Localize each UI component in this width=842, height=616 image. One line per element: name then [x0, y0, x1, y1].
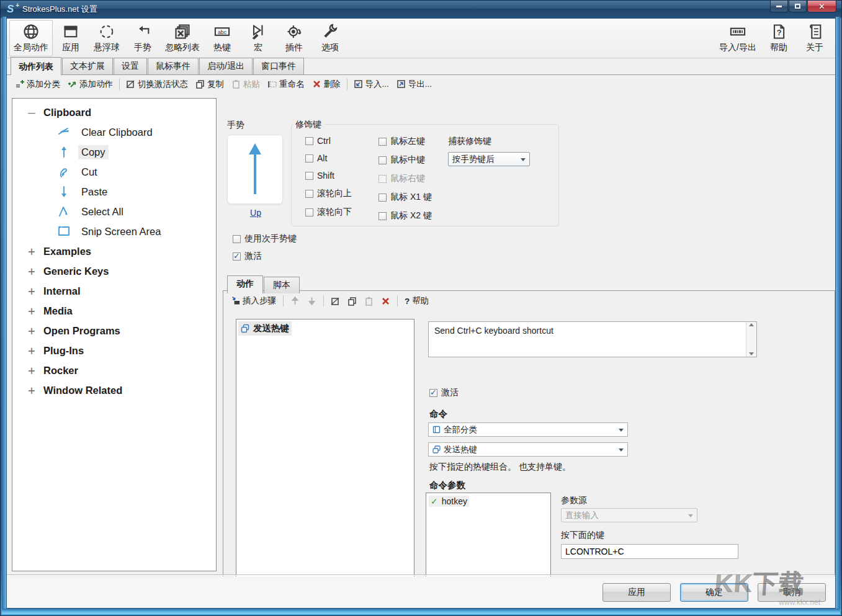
tab-script[interactable]: 脚本: [264, 277, 300, 293]
mouse-x2-checkbox[interactable]: 鼠标 X2 键: [378, 210, 432, 221]
command-select[interactable]: 发送热键: [428, 442, 628, 457]
tree-item-paste[interactable]: Paste: [12, 182, 216, 202]
add-category-button[interactable]: 添加分类: [12, 77, 63, 92]
mouse-x1-checkbox[interactable]: 鼠标 X1 键: [378, 192, 432, 203]
about-button[interactable]: 关于: [797, 20, 833, 56]
ignore-list-button[interactable]: 忽略列表: [161, 20, 204, 56]
plugins-button[interactable]: 插件: [276, 20, 312, 56]
tree-category-internal[interactable]: Internal: [12, 281, 216, 301]
tree-category-open-programs[interactable]: Open Programs: [12, 321, 216, 341]
gesture-active-checkbox[interactable]: 激活: [233, 251, 297, 262]
shift-checkbox[interactable]: Shift: [305, 171, 352, 181]
checkbox-box[interactable]: [378, 212, 387, 220]
checkbox-box[interactable]: [233, 235, 241, 243]
import-button[interactable]: 导入...: [351, 77, 392, 92]
scroll-up-icon[interactable]: [749, 323, 754, 326]
expander-icon[interactable]: [26, 304, 37, 318]
expander-icon[interactable]: [26, 244, 37, 258]
expander-icon[interactable]: [26, 264, 37, 278]
step-list[interactable]: 发送热键: [236, 319, 414, 584]
expander-icon[interactable]: [26, 364, 37, 377]
tree-item-copy[interactable]: Copy: [12, 142, 216, 162]
tree-item-snip-screen-area[interactable]: Snip Screen Area: [12, 221, 216, 241]
step-active-checkbox[interactable]: 激活: [429, 387, 459, 398]
capture-modifiers-select[interactable]: 按手势键后: [448, 152, 530, 166]
checkbox-box[interactable]: [429, 389, 437, 397]
scroll-down-icon[interactable]: [749, 352, 754, 355]
move-step-up-button[interactable]: [288, 295, 302, 307]
checkbox-box[interactable]: [305, 137, 313, 145]
insert-step-button[interactable]: 插入步骤: [228, 294, 279, 308]
delete-button[interactable]: 删除: [309, 77, 344, 92]
expander-icon[interactable]: [26, 324, 37, 337]
tab-action-list[interactable]: 动作列表: [11, 57, 61, 75]
toggle-step-active-button[interactable]: [328, 295, 343, 307]
tab-window-events[interactable]: 窗口事件: [253, 58, 304, 74]
gestures-button[interactable]: 手势: [125, 20, 161, 56]
delete-step-button[interactable]: [378, 295, 393, 307]
tree-category-clipboard[interactable]: Clipboard: [12, 102, 216, 122]
wheel-up-checkbox[interactable]: 滚轮向上: [305, 188, 352, 199]
tab-mouse-events[interactable]: 鼠标事件: [148, 58, 199, 74]
cancel-button[interactable]: 取消: [758, 583, 826, 602]
checkbox-box[interactable]: [305, 154, 313, 163]
step-help-button[interactable]: ?帮助: [402, 294, 431, 308]
expander-icon[interactable]: [26, 383, 37, 397]
tab-action[interactable]: 动作: [227, 275, 263, 293]
maximize-button[interactable]: [789, 1, 807, 12]
wheel-down-checkbox[interactable]: 滚轮向下: [305, 207, 352, 218]
paste-button[interactable]: 粘贴: [228, 77, 263, 92]
ctrl-checkbox[interactable]: Ctrl: [305, 136, 352, 146]
param-item-hotkey[interactable]: ✓ hotkey: [429, 496, 469, 507]
expander-icon[interactable]: [26, 344, 37, 357]
tree-category-generic-keys[interactable]: Generic Keys: [12, 261, 216, 281]
tree-category-media[interactable]: Media: [12, 301, 216, 321]
toggle-active-button[interactable]: 切换激活状态: [123, 77, 191, 92]
minimize-button[interactable]: [770, 1, 788, 12]
floating-ball-button[interactable]: 悬浮球: [89, 20, 125, 56]
checkbox-box[interactable]: [233, 252, 241, 261]
step-description-textarea[interactable]: Send Ctrl+C keyboard shortcut: [428, 321, 757, 357]
tab-settings[interactable]: 设置: [114, 58, 147, 74]
tree-item-select-all[interactable]: Select All: [12, 202, 216, 221]
secondary-stroke-checkbox[interactable]: 使用次手势键: [233, 233, 297, 244]
tab-startup-exit[interactable]: 启动/退出: [199, 58, 253, 74]
step-item-send-hotkey[interactable]: 发送热键: [238, 321, 292, 336]
checkbox-box[interactable]: [378, 138, 387, 146]
gesture-direction-link[interactable]: Up: [227, 208, 284, 218]
tab-text-expansion[interactable]: 文本扩展: [62, 58, 113, 74]
ok-button[interactable]: 确定: [680, 583, 748, 602]
tree-category-examples[interactable]: Examples: [12, 241, 216, 261]
tree-item-cut[interactable]: Cut: [12, 162, 216, 182]
mouse-middle-checkbox[interactable]: 鼠标中键: [378, 154, 432, 166]
apply-button[interactable]: 应用: [602, 583, 671, 602]
options-button[interactable]: 选项: [312, 20, 348, 56]
textarea-scrollbar[interactable]: [746, 322, 756, 357]
hotkeys-button[interactable]: abc 热键: [204, 20, 240, 56]
checkbox-box[interactable]: [378, 156, 387, 164]
tree-item-clear-clipboard[interactable]: Clear Clipboard: [12, 122, 216, 142]
applications-button[interactable]: 应用: [53, 20, 89, 56]
help-button[interactable]: ? 帮助: [761, 20, 797, 56]
command-category-select[interactable]: 全部分类: [428, 422, 628, 437]
checkbox-box[interactable]: [305, 172, 313, 180]
export-button[interactable]: 导出...: [393, 77, 435, 92]
checkbox-box[interactable]: [305, 208, 313, 216]
checkbox-box[interactable]: [305, 190, 313, 198]
paste-step-button[interactable]: [362, 295, 376, 307]
tree-category-rocker[interactable]: Rocker: [12, 360, 216, 380]
expander-icon[interactable]: [26, 105, 37, 119]
alt-checkbox[interactable]: Alt: [305, 153, 352, 163]
move-step-down-button[interactable]: [305, 295, 319, 307]
tree-category-plug-ins[interactable]: Plug-Ins: [12, 341, 216, 360]
copy-button[interactable]: 复制: [192, 77, 227, 92]
global-actions-button[interactable]: 全局动作: [9, 20, 53, 56]
hotkey-value-input[interactable]: [561, 544, 738, 559]
expander-icon[interactable]: [26, 284, 37, 298]
add-action-button[interactable]: 添加动作: [65, 77, 116, 92]
mouse-left-checkbox[interactable]: 鼠标左键: [378, 136, 432, 147]
checkbox-box[interactable]: [378, 194, 387, 202]
rename-button[interactable]: 重命名: [264, 77, 308, 92]
close-button[interactable]: ✕: [807, 1, 836, 12]
macros-button[interactable]: 宏: [240, 20, 276, 56]
